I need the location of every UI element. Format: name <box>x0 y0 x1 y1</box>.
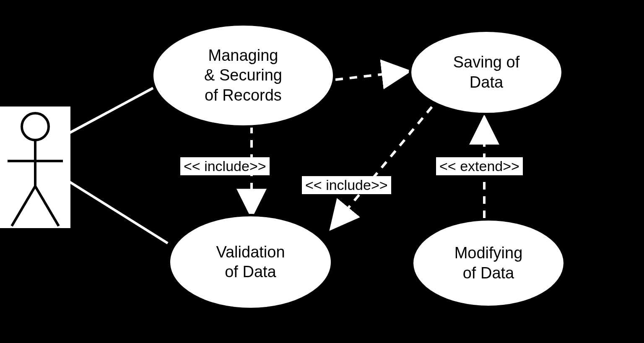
svg-line-3 <box>335 71 409 80</box>
usecase-text: Modifying <box>454 244 523 262</box>
usecase-text: of Data <box>463 264 514 282</box>
svg-line-4 <box>331 107 432 229</box>
usecase-managing-securing-records: Managing & Securing of Records <box>151 23 335 128</box>
actor <box>0 107 70 228</box>
usecase-text: Data <box>470 73 503 91</box>
usecase-text: of Records <box>205 86 282 104</box>
svg-point-6 <box>22 113 49 140</box>
svg-line-1 <box>67 180 168 243</box>
stereotype-include-1: << include>> <box>180 157 270 175</box>
usecase-text: Managing <box>208 47 278 64</box>
usecase-text: Saving of <box>453 53 519 71</box>
svg-line-9 <box>12 186 35 226</box>
stereotype-extend: << extend>> <box>436 157 523 175</box>
use-case-diagram: Managing & Securing of Records Saving of… <box>0 0 644 343</box>
usecase-text: Validation <box>216 243 285 261</box>
usecase-text: & Securing <box>204 66 282 84</box>
svg-line-10 <box>35 186 59 226</box>
usecase-saving-data: Saving of Data <box>409 29 564 115</box>
actor-icon <box>0 107 70 228</box>
stereotype-include-2: << include>> <box>302 176 391 194</box>
usecase-modifying-data: Modifying of Data <box>411 218 566 308</box>
usecase-text: of Data <box>225 263 276 281</box>
usecase-validation-data: Validation of Data <box>168 214 333 310</box>
svg-line-0 <box>67 88 153 134</box>
